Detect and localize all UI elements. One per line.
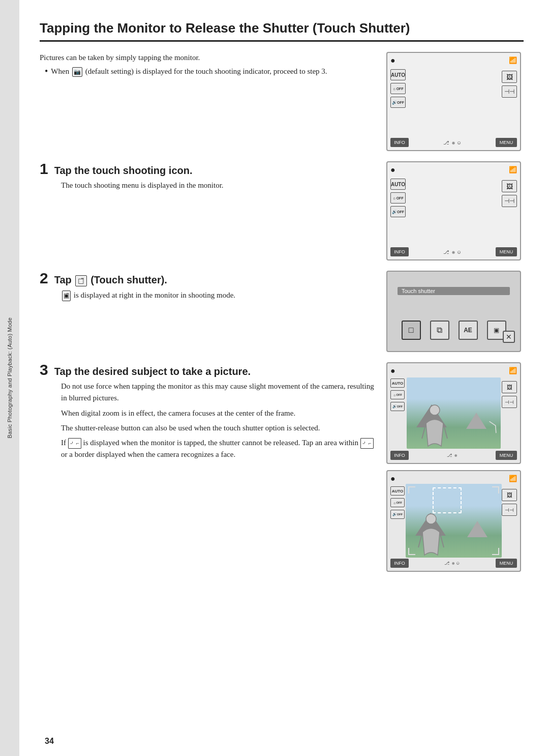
svg-line-1 bbox=[422, 423, 426, 439]
right-icons-1: 🖼 ⊣⊣ bbox=[502, 71, 517, 98]
step-3-left: 3 Tap the desired subject to take a pict… bbox=[40, 362, 376, 464]
step-3-p3: The shutter-release button can also be u… bbox=[61, 422, 376, 434]
corner-bl bbox=[408, 548, 415, 555]
image-icon-2: 🖼 bbox=[502, 180, 517, 192]
intro-section: Pictures can be taken by simply tapping … bbox=[40, 52, 524, 151]
step-1-header: 1 Tap the touch shooting icon. bbox=[40, 161, 376, 177]
left-icons-1: AUTO ☼OFF 🔊OFF bbox=[390, 69, 406, 108]
wifi-icon-p2: 📶 bbox=[509, 475, 517, 483]
wifi-icon-1: 📶 bbox=[509, 56, 517, 65]
default-icon: 📷 bbox=[72, 67, 82, 77]
camera-icon-2: ● bbox=[390, 165, 395, 175]
step-2-number: 2 bbox=[40, 271, 48, 286]
step-2-left: 2 Tap □̈ (Touch shutter). ▣̈ is displaye… bbox=[40, 271, 376, 304]
grid-icon-p1: ⊣⊣ bbox=[502, 396, 517, 408]
bullet-text: When 📷 (default setting) is displayed fo… bbox=[51, 66, 327, 77]
touch-menu-options: □ ⧉ AE ▣ bbox=[387, 321, 520, 340]
img-icon-p1: 🖼 bbox=[502, 381, 517, 393]
step-1-body-text: The touch shooting menu is displayed in … bbox=[61, 180, 376, 191]
camera-ui-1: ● 📶 AUTO ☼OFF 🔊OFF 🖼 ⊣⊣ bbox=[386, 52, 524, 151]
dots-p1: ⎇ ⎈ bbox=[447, 453, 458, 458]
auto-icon-2: AUTO bbox=[390, 179, 406, 190]
grid-icon-1: ⊣⊣ bbox=[502, 85, 517, 98]
step-3-section: 3 Tap the desired subject to take a pict… bbox=[40, 362, 524, 572]
wifi-icon-2: 📶 bbox=[509, 166, 517, 174]
left-icons-2: AUTO ☼OFF 🔊OFF bbox=[390, 179, 406, 217]
bracket-left: ⌏ ⌐ bbox=[68, 438, 81, 449]
tm-option-3: AE bbox=[459, 321, 478, 340]
intro-left: Pictures can be taken by simply tapping … bbox=[40, 52, 376, 81]
camera-photo-screen-1: ● 📶 AUTO ☼OFF 🔊OFF bbox=[386, 362, 521, 464]
intro-bullet: • When 📷 (default setting) is displayed … bbox=[45, 66, 376, 77]
off-p1b: 🔊OFF bbox=[390, 402, 405, 411]
left-icons-p1: AUTO ☼OFF 🔊OFF bbox=[390, 379, 405, 411]
finger-1: 〉 bbox=[487, 418, 500, 434]
step-3-p4: If ⌏ ⌐ is displayed when the monitor is … bbox=[61, 437, 376, 461]
menu-btn-2: MENU bbox=[496, 247, 517, 256]
cam-icon-p2: ● bbox=[390, 474, 395, 483]
menu-p1: MENU bbox=[496, 451, 517, 460]
off-icon-1b: 🔊OFF bbox=[390, 97, 406, 108]
corner-tr bbox=[492, 486, 499, 493]
ts-indicator: ▣̈ bbox=[62, 290, 71, 301]
tm-option-1: □ bbox=[402, 321, 421, 340]
grid-icon-2: ⊣⊣ bbox=[502, 195, 517, 207]
camera-ui-2: ● 📶 AUTO ☼OFF 🔊OFF 🖼 ⊣⊣ INFO ⎇ ⎈ ⎉ bbox=[386, 161, 524, 260]
step-3-p1: Do not use force when tapping the monito… bbox=[61, 381, 376, 404]
step-3-images: ● 📶 AUTO ☼OFF 🔊OFF bbox=[386, 362, 524, 572]
off-p2b: 🔊OFF bbox=[390, 510, 405, 519]
svg-line-5 bbox=[440, 532, 444, 547]
touch-menu-label: Touch shutter bbox=[398, 287, 510, 295]
step-2-header: 2 Tap □̈ (Touch shutter). bbox=[40, 271, 376, 286]
info-p2: INFO bbox=[390, 559, 409, 568]
touch-shutter-icon: □̈ bbox=[75, 275, 86, 286]
step-3-header: 3 Tap the desired subject to take a pict… bbox=[40, 362, 376, 377]
menu-p2: MENU bbox=[496, 559, 517, 568]
corner-br bbox=[492, 548, 499, 555]
off-p1a: ☼OFF bbox=[390, 390, 405, 399]
step-2-body-text: ▣̈ is displayed at right in the monitor … bbox=[61, 289, 376, 301]
camera-icon-top: ● bbox=[390, 56, 395, 65]
dots-1: ⎇ ⎈ ⎉ bbox=[443, 140, 461, 146]
menu-btn-1: MENU bbox=[496, 138, 517, 147]
off-icon-1a: ☼OFF bbox=[390, 83, 406, 94]
cam-bottom-p1: INFO ⎇ ⎈ MENU bbox=[390, 451, 517, 460]
right-icons-p1: 🖼 ⊣⊣ bbox=[502, 381, 517, 408]
mountain-4 bbox=[467, 521, 487, 537]
close-btn[interactable]: ✕ bbox=[503, 331, 515, 343]
left-icons-p2: AUTO ☼OFF 🔊OFF bbox=[390, 486, 405, 519]
intro-text: Pictures can be taken by simply tapping … bbox=[40, 52, 376, 64]
main-content: Tapping the Monitor to Release the Shutt… bbox=[19, 0, 549, 756]
right-icons-p2: 🖼 ⊣⊣ bbox=[502, 489, 517, 516]
svg-line-2 bbox=[443, 423, 447, 439]
step-1-body: The touch shooting menu is displayed in … bbox=[61, 180, 376, 191]
cam-bottom-1: INFO ⎇ ⎈ ⎉ MENU bbox=[390, 138, 517, 147]
scene-bg-2 bbox=[406, 484, 502, 558]
off-icon-2b: 🔊OFF bbox=[390, 206, 406, 217]
auto-icon-1: AUTO bbox=[390, 69, 406, 80]
cam-bottom-2: INFO ⎇ ⎈ ⎉ MENU bbox=[390, 247, 517, 256]
camera-screen-2: ● 📶 AUTO ☼OFF 🔊OFF 🖼 ⊣⊣ INFO ⎇ ⎈ ⎉ bbox=[386, 161, 521, 260]
camera-screen-1: ● 📶 AUTO ☼OFF 🔊OFF 🖼 ⊣⊣ bbox=[386, 52, 521, 151]
grid-icon-p2: ⊣⊣ bbox=[502, 504, 517, 516]
img-icon-p2: 🖼 bbox=[502, 489, 517, 501]
camera-photo-screen-2: ● 📶 AUTO ☼OFF 🔊OFF bbox=[386, 470, 521, 572]
step-3-number: 3 bbox=[40, 362, 48, 377]
wifi-icon-p1: 📶 bbox=[509, 367, 517, 375]
info-btn-2: INFO bbox=[390, 247, 409, 256]
touch-menu-ui: Touch shutter □ ⧉ AE ▣ ✕ bbox=[386, 271, 524, 352]
dots-p2: ⎇ ⎈ ⎉ bbox=[444, 561, 460, 566]
off-icon-2a: ☼OFF bbox=[390, 192, 406, 203]
step-2-section: 2 Tap □̈ (Touch shutter). ▣̈ is displaye… bbox=[40, 271, 524, 352]
svg-point-3 bbox=[426, 514, 436, 524]
corner-tl bbox=[408, 486, 415, 493]
scene-bg-1: 〉 bbox=[407, 377, 501, 449]
cam-bottom-p2: INFO ⎇ ⎈ ⎉ MENU bbox=[390, 559, 517, 568]
bullet-symbol: • bbox=[45, 66, 48, 77]
step-1-number: 1 bbox=[40, 161, 48, 177]
face-border-box bbox=[433, 487, 462, 513]
page-title: Tapping the Monitor to Release the Shutt… bbox=[40, 20, 524, 42]
auto-p1: AUTO bbox=[390, 379, 405, 388]
step-1-title: Tap the touch shooting icon. bbox=[54, 164, 193, 177]
info-btn-1: INFO bbox=[390, 138, 409, 147]
